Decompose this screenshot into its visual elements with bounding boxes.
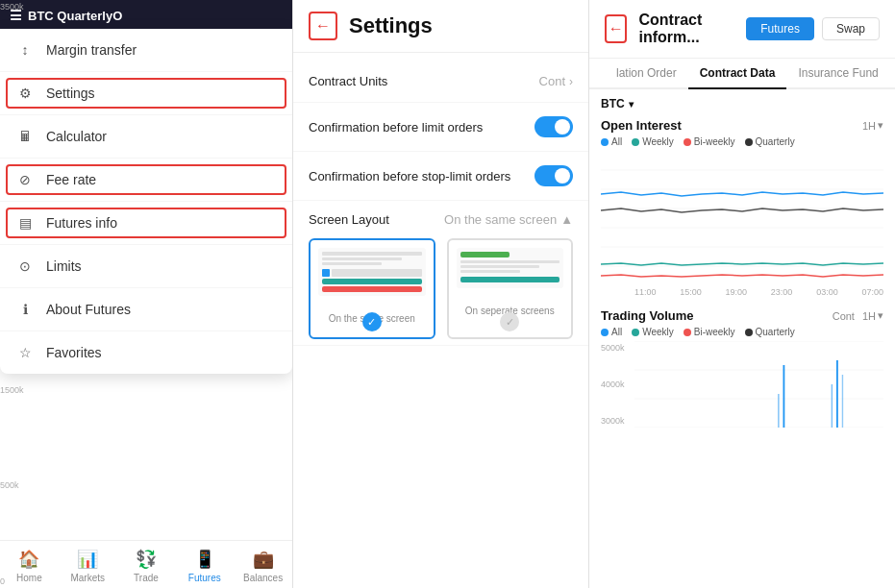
legend-weekly-dot — [632, 138, 639, 146]
nav-balances[interactable]: 💼 Balances — [234, 541, 292, 588]
screen-layout-value: On the same screen ▲ — [444, 212, 573, 227]
confirm-limit-label: Confirmation before limit orders — [309, 120, 483, 135]
trading-volume-title: Trading Volume — [601, 308, 694, 323]
settings-row-confirm-stop[interactable]: Confirmation before stop-limit orders — [293, 152, 588, 201]
legend-quarterly-dot — [745, 138, 753, 146]
legend-biweekly: Bi-weekly — [684, 136, 735, 147]
dropdown-label-favorites: Favorites — [46, 345, 102, 360]
dropdown-item-margin-transfer[interactable]: ↕ Margin transfer — [0, 29, 292, 72]
settings-title: Settings — [349, 13, 433, 38]
dropdown-label-calculator: Calculator — [46, 129, 107, 144]
dropdown-item-fee[interactable]: ⊘ Fee rate — [0, 159, 292, 202]
dropdown-item-limits[interactable]: ⊙ Limits — [0, 245, 292, 288]
settings-body: Contract Units Cont › Confirmation befor… — [293, 53, 588, 588]
btc-chevron-icon: ▾ — [629, 99, 634, 110]
btc-selector[interactable]: BTC ▾ — [601, 97, 883, 110]
legend-weekly: Weekly — [632, 136, 674, 147]
trading-symbol: BTC QuarterlyO — [28, 9, 122, 23]
open-interest-period[interactable]: 1H ▾ — [862, 119, 883, 132]
dropdown-menu: ↕ Margin transfer ⚙ Settings 🖩 Calculato… — [0, 29, 292, 374]
chevron-right-icon: › — [569, 75, 573, 88]
nav-balances-label: Balances — [243, 573, 283, 583]
vol-y-labels: 5000k 4000k 3000k — [601, 341, 634, 428]
settings-back-icon: ← — [315, 17, 331, 35]
dropdown-item-futures-info[interactable]: ▤ Futures info — [0, 202, 292, 245]
settings-row-screen-layout: Screen Layout On the same screen ▲ — [293, 201, 588, 346]
balances-icon: 💼 — [253, 549, 274, 570]
screen-layout-label-text: Screen Layout — [309, 212, 389, 227]
subtab-contract-data[interactable]: Contract Data — [688, 59, 787, 89]
layout-option-same-screen[interactable]: ✓ On the same screen — [309, 238, 435, 339]
contract-panel: ← Contract inform... Futures Swap lation… — [589, 0, 895, 588]
trading-volume-period[interactable]: 1H ▾ — [862, 309, 883, 322]
settings-icon: ⚙ — [15, 84, 35, 103]
open-interest-header: Open Interest 1H ▾ — [601, 118, 883, 133]
contract-sub-tabs: lation Order Contract Data Insurance Fun… — [589, 59, 895, 89]
dropdown-label-futures-info: Futures info — [46, 215, 117, 231]
subtab-liquidation-order[interactable]: lation Order — [605, 59, 688, 89]
nav-futures[interactable]: 📱 Futures — [175, 541, 234, 588]
contract-units-label: Contract Units — [309, 74, 387, 88]
legend-biweekly-label: Bi-weekly — [694, 136, 735, 147]
layout-selected-check: ✓ — [362, 312, 382, 331]
futures-icon: 📱 — [194, 549, 215, 570]
contract-back-button[interactable]: ← — [605, 14, 627, 43]
bottom-nav: 🏠 Home 📊 Markets 💱 Trade 📱 Futures 💼 Bal… — [0, 540, 292, 588]
dropdown-label-limits: Limits — [46, 258, 82, 274]
trading-header: ☰ BTC QuarterlyO — [0, 0, 292, 31]
chevron-up-icon: ▲ — [560, 212, 573, 227]
legend-weekly-label: Weekly — [642, 136, 674, 147]
nav-futures-label: Futures — [188, 573, 221, 583]
confirm-stop-toggle[interactable] — [535, 165, 573, 186]
nav-markets[interactable]: 📊 Markets — [59, 541, 117, 588]
dropdown-item-favorites[interactable]: ☆ Favorites — [0, 331, 292, 374]
legend-quarterly-label: Quarterly — [756, 136, 795, 147]
tab-futures[interactable]: Futures — [746, 17, 814, 40]
trading-volume-cont: Cont — [833, 310, 855, 322]
trading-panel: ☰ BTC QuarterlyO ↕ Margin transfer ⚙ Set… — [0, 0, 293, 588]
settings-row-contract-units[interactable]: Contract Units Cont › — [293, 61, 588, 103]
vol-legend-all: All — [601, 327, 622, 337]
screen-layout-header: Screen Layout On the same screen ▲ — [309, 212, 573, 227]
calculator-icon: 🖩 — [15, 127, 35, 146]
subtab-insurance-fund[interactable]: Insurance Fund — [786, 59, 889, 89]
settings-back-button[interactable]: ← — [309, 12, 337, 40]
trading-volume-header: Trading Volume Cont 1H ▾ — [601, 308, 883, 323]
open-interest-section: Open Interest 1H ▾ All Weekly Bi-weekly — [601, 118, 883, 297]
confirm-limit-toggle[interactable] — [535, 116, 573, 137]
layout-options: ✓ On the same screen ✓ On seperate scree… — [309, 238, 573, 339]
tab-swap[interactable]: Swap — [822, 17, 880, 40]
settings-panel: ← Settings Contract Units Cont › Confirm… — [293, 0, 589, 588]
dropdown-label-settings: Settings — [46, 86, 95, 101]
layout-unselected-check: ✓ — [500, 312, 519, 331]
dropdown-item-settings[interactable]: ⚙ Settings — [0, 72, 292, 115]
settings-row-confirm-limit[interactable]: Confirmation before limit orders — [293, 103, 588, 152]
layout-option-separate-screens[interactable]: ✓ On seperate screens — [447, 238, 574, 339]
dropdown-item-about[interactable]: ℹ About Futures — [0, 288, 292, 331]
trade-icon: 💱 — [136, 549, 157, 570]
legend-all: All — [601, 136, 622, 147]
dropdown-item-calculator[interactable]: 🖩 Calculator — [0, 115, 292, 159]
contract-body: BTC ▾ Open Interest 1H ▾ All Weekly — [589, 89, 895, 588]
transfer-icon: ↕ — [15, 40, 35, 60]
limits-icon: ⊙ — [15, 257, 35, 276]
trading-volume-section: Trading Volume Cont 1H ▾ All Weekly — [601, 308, 883, 428]
settings-header: ← Settings — [293, 0, 588, 53]
star-icon: ☆ — [15, 343, 35, 362]
vol-chart-svg — [634, 341, 883, 428]
oi-x-labels: 11:00 15:00 19:00 23:00 03:00 07:00 — [601, 285, 883, 297]
legend-quarterly: Quarterly — [745, 136, 795, 147]
vol-legend-weekly: Weekly — [632, 327, 674, 337]
contract-header: ← Contract inform... Futures Swap — [589, 0, 895, 59]
oi-chart-svg — [601, 151, 883, 285]
nav-trade-label: Trade — [134, 573, 159, 583]
contract-title: Contract inform... — [638, 12, 734, 46]
contract-back-icon: ← — [609, 20, 624, 37]
open-interest-legend: All Weekly Bi-weekly Quarterly — [601, 136, 883, 147]
legend-all-dot — [601, 138, 609, 146]
dropdown-label-about: About Futures — [46, 302, 131, 317]
nav-trade[interactable]: 💱 Trade — [117, 541, 176, 588]
confirm-stop-label: Confirmation before stop-limit orders — [309, 169, 510, 184]
nav-markets-label: Markets — [70, 573, 105, 583]
markets-icon: 📊 — [77, 549, 98, 570]
